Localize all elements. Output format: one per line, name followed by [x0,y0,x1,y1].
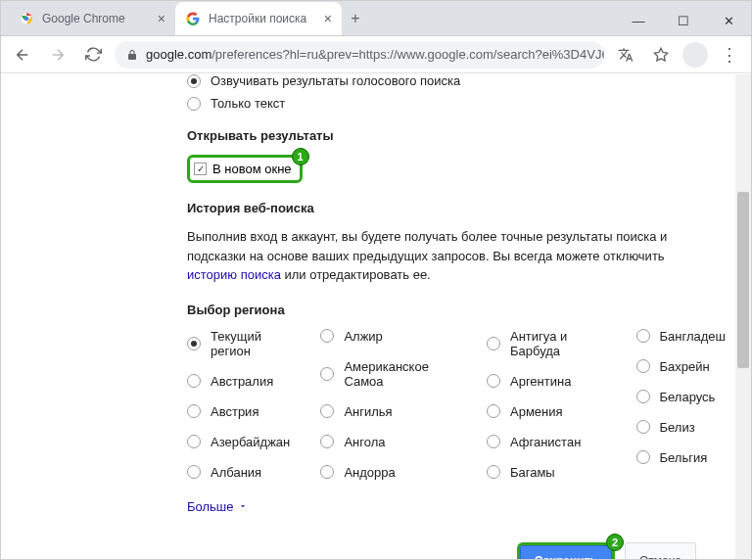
scrollbar-thumb[interactable] [737,192,749,368]
new-tab-button[interactable]: + [342,2,369,35]
radio-icon [187,435,201,448]
radio-icon [487,435,500,448]
region-label: Бельгия [660,450,708,465]
close-icon[interactable]: × [324,11,332,26]
chrome-icon [19,11,34,26]
tab-settings[interactable]: Настройки поиска × [175,2,342,35]
region-label: Бахрейн [660,359,710,374]
more-regions-link[interactable]: Больше [187,499,248,514]
lock-icon [126,49,138,61]
radio-icon [636,329,650,343]
region-option[interactable]: Аргентина [487,374,619,389]
region-label: Американское Самоа [344,359,469,389]
url-domain: google.com [146,47,212,62]
section-title: История веб-поиска [187,201,726,215]
history-section: История веб-поиска Выполнив вход в аккау… [187,201,726,285]
region-label: Афганистан [510,435,581,449]
forward-button[interactable] [44,41,71,69]
region-option[interactable]: Бахрейн [636,359,726,374]
region-option[interactable]: Австрия [187,404,303,419]
region-option[interactable]: Бангладеш [636,329,726,344]
history-link[interactable]: историю поиска [187,267,281,282]
region-option[interactable]: Ангилья [320,404,469,419]
scrollbar-track[interactable] [735,74,751,559]
bookmark-icon[interactable] [647,41,675,69]
region-option[interactable]: Текущий регион [187,329,303,358]
reload-button[interactable] [79,41,107,69]
region-option[interactable]: Бельгия [636,450,726,465]
translate-icon[interactable] [612,41,639,69]
region-label: Австралия [211,374,273,389]
radio-icon [320,435,334,448]
radio-label: Только текст [211,96,285,111]
tab-chrome[interactable]: Google Chrome × [9,2,175,35]
radio-icon [187,465,201,479]
region-option[interactable]: Афганистан [487,435,619,449]
cancel-button[interactable]: Отмена [625,542,696,560]
window-titlebar: Google Chrome × Настройки поиска × + — ☐… [1,1,751,36]
region-label: Текущий регион [211,329,303,358]
new-window-checkbox[interactable]: ✓ В новом окне 1 [187,155,303,183]
region-option[interactable]: Белиз [636,420,726,435]
region-option[interactable]: Антигуа и Барбуда [487,329,619,358]
minimize-button[interactable]: — [616,6,661,35]
save-highlight: Сохранить 2 [517,542,615,560]
region-label: Албания [211,465,261,480]
radio-icon [320,465,334,479]
voice-option-speak[interactable]: Озвучивать результаты голосового поиска [187,73,726,88]
back-button[interactable] [9,41,36,69]
radio-label: Озвучивать результаты голосового поиска [211,73,460,88]
region-option[interactable]: Ангола [320,435,469,449]
annotation-badge: 2 [606,534,624,551]
radio-icon [187,404,201,418]
radio-icon [636,359,650,373]
region-label: Австрия [211,404,258,419]
radio-icon [487,374,500,388]
radio-icon [636,390,650,403]
radio-icon [320,367,334,381]
google-icon [185,11,201,26]
section-title: Открывать результаты [187,128,726,143]
menu-button[interactable]: ⋮ [716,41,743,69]
tab-title: Google Chrome [42,12,125,25]
region-option[interactable]: Азербайджан [187,435,303,449]
region-label: Андорра [344,465,395,480]
region-label: Антигуа и Барбуда [510,329,619,358]
radio-icon [636,450,650,464]
region-option[interactable]: Австралия [187,374,303,389]
close-window-button[interactable]: ✕ [706,6,751,35]
annotation-badge: 1 [292,148,309,165]
browser-toolbar: google.com/preferences?hl=ru&prev=https:… [1,36,751,73]
region-label: Азербайджан [211,435,290,449]
radio-icon [487,337,500,350]
profile-avatar[interactable] [682,42,708,68]
url-path: /preferences?hl=ru&prev=https://www.goog… [212,47,604,62]
action-buttons: Сохранить 2 Отмена [187,542,726,560]
region-option[interactable]: Багамы [487,465,619,480]
region-option[interactable]: Американское Самоа [320,359,469,389]
radio-icon [636,420,650,434]
checkbox-label: В новом окне [212,162,292,176]
save-button[interactable]: Сохранить [520,545,612,560]
tab-strip: Google Chrome × Настройки поиска × + [9,2,369,35]
section-title: Выбор региона [187,303,726,317]
region-option[interactable]: Албания [187,465,303,480]
region-label: Армения [510,404,563,419]
region-option[interactable]: Беларусь [636,390,726,404]
radio-icon [320,329,334,343]
radio-icon [187,337,201,350]
region-option[interactable]: Алжир [320,329,469,344]
history-description: Выполнив вход в аккаунт, вы будете получ… [187,227,706,285]
address-bar[interactable]: google.com/preferences?hl=ru&prev=https:… [115,41,604,69]
radio-icon [487,465,500,479]
region-option[interactable]: Армения [487,404,619,419]
region-option[interactable]: Андорра [320,465,469,480]
maximize-button[interactable]: ☐ [661,6,706,35]
voice-option-text[interactable]: Только текст [187,96,726,111]
close-icon[interactable]: × [158,11,165,26]
region-label: Белиз [660,420,695,435]
region-label: Беларусь [660,390,716,404]
radio-icon [320,404,334,418]
checkbox-icon: ✓ [194,163,207,175]
region-label: Алжир [344,329,382,344]
